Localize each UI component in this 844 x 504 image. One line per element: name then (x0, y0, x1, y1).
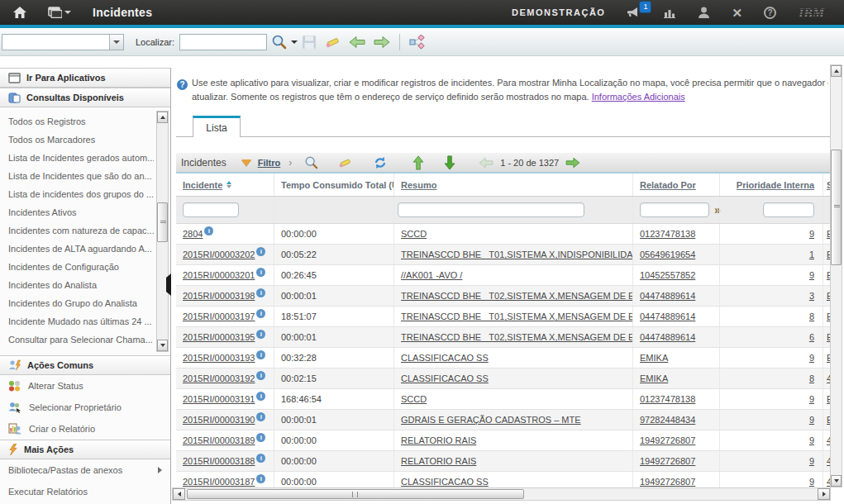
action-criar-relatorio[interactable]: Criar o Relatório (0, 418, 170, 440)
prioridade-link[interactable]: 6 (809, 332, 814, 342)
incident-link[interactable]: 2015RI/00003188 (183, 456, 255, 466)
query-select[interactable] (2, 34, 124, 50)
sidebar-common-actions-header[interactable]: Ações Comuns (0, 355, 170, 375)
action-selecionar-proprietario[interactable]: Selecionar Proprietário (0, 397, 170, 418)
relatado-link[interactable]: 04474889614 (640, 311, 695, 321)
column-header-incidente[interactable]: Incidente (176, 174, 274, 196)
sidebar-query-item[interactable]: Incidentes de ALTA aguardando A... (0, 240, 154, 258)
incident-link[interactable]: 2015RI/00003197 (183, 311, 255, 321)
workflow-button[interactable] (405, 32, 430, 52)
save-button[interactable] (298, 32, 321, 52)
prioridade-link[interactable]: 9 (809, 270, 814, 280)
filter-incidente-input[interactable] (183, 202, 239, 217)
sidebar-go-to-header[interactable]: Ir Para Aplicativos (0, 68, 170, 88)
resumo-link[interactable]: GDRAIS E GERAÇÃO CADASTROS – MTE (401, 415, 581, 425)
resumo-link[interactable]: SCCD (401, 394, 427, 404)
search-button[interactable] (267, 32, 291, 52)
incident-link[interactable]: 2015RI/00003189 (183, 435, 255, 445)
scroll-down-button[interactable] (157, 340, 168, 351)
sort-icon[interactable] (226, 181, 231, 188)
scroll-right-button[interactable] (818, 488, 830, 500)
sidebar-query-item[interactable]: Incidentes de Configuração (0, 258, 154, 276)
resumo-link[interactable]: RELATORIO RAIS (401, 456, 476, 466)
search-options-caret[interactable] (291, 40, 298, 44)
resumo-link[interactable]: TREINASCCD BHE _T02,SISTEMA X,MENSAGEM D… (401, 332, 632, 342)
profile-button[interactable] (698, 7, 710, 18)
resumo-link[interactable]: TREINASCCD BHE _T02,SISTEMA X,MENSAGEM D… (401, 291, 632, 301)
sidebar-query-item[interactable]: Lista de incidentes dos grupos do ... (0, 185, 154, 203)
incident-link[interactable]: 2015RI/00003190 (183, 415, 255, 425)
filter-prioridade-input[interactable] (763, 202, 814, 217)
relatado-link[interactable]: EMIKA (640, 373, 668, 383)
prioridade-link[interactable]: 9 (809, 477, 814, 487)
column-header-tempo[interactable]: Tempo Consumido Total (Útil) (274, 174, 393, 196)
previous-page-button[interactable] (408, 153, 429, 173)
resumo-link[interactable]: CLASSIFICACAO SS (401, 353, 489, 363)
resumo-link[interactable]: CLASSIFICACAO SS (401, 373, 489, 383)
scroll-thumb[interactable] (831, 150, 842, 265)
incident-link[interactable]: 2015RI/00003202 (183, 250, 255, 259)
scroll-down-button[interactable] (831, 475, 842, 487)
resumo-link[interactable]: TREINASCCD BHE _T01,SISTEMA X,MENSAGEM D… (401, 311, 632, 321)
action-alterar-status[interactable]: Alterar Status (0, 375, 170, 397)
next-row-button[interactable] (439, 153, 460, 173)
next-page-button[interactable] (565, 157, 580, 169)
relatado-link[interactable]: 01237478138 (640, 394, 695, 404)
tab-lista[interactable]: Lista (193, 116, 241, 137)
prioridade-link[interactable]: 9 (809, 353, 814, 363)
filter-resumo-input[interactable] (398, 202, 584, 217)
refresh-button[interactable] (370, 153, 391, 173)
previous-record-button[interactable] (345, 32, 370, 52)
scroll-thumb[interactable] (187, 489, 524, 499)
relatado-link[interactable]: 10452557852 (640, 270, 695, 280)
resumo-link[interactable]: //AK001 -AVO / (401, 270, 462, 280)
sidebar-queries-header[interactable]: Consultas Disponíveis (0, 88, 170, 107)
home-icon[interactable] (13, 7, 26, 18)
help-button[interactable]: ? (764, 7, 776, 19)
sidebar-query-item[interactable]: Incidentes com natureza de capac... (0, 221, 154, 240)
sidebar-more-actions-header[interactable]: Mais Ações (0, 440, 170, 459)
prioridade-link[interactable]: 3 (809, 291, 814, 301)
relatado-link[interactable]: 04474889614 (640, 332, 695, 342)
prioridade-link[interactable]: 1 (809, 250, 814, 259)
incident-link[interactable]: 2015RI/00003192 (183, 373, 255, 383)
expand-filter-chevron[interactable]: › (288, 157, 292, 169)
incident-link[interactable]: 2015RI/00003193 (183, 353, 255, 363)
resumo-link[interactable]: TREINASCCD BHE _T01,SISTEMA X,INDISPONIB… (401, 250, 632, 259)
info-icon[interactable]: i (256, 288, 265, 297)
resumo-link[interactable]: CLASSIFICACAO SS (401, 477, 489, 487)
prioridade-link[interactable]: 9 (809, 456, 814, 466)
horizontal-scrollbar[interactable] (172, 487, 831, 501)
sidebar-query-item[interactable]: Todos os Registros (0, 112, 154, 131)
info-icon[interactable]: i (256, 392, 265, 401)
action-biblioteca-anexos[interactable]: Biblioteca/Pastas de anexos (0, 459, 170, 481)
clear-changes-button[interactable] (321, 32, 345, 52)
relatado-link[interactable]: 19492726807 (640, 456, 695, 466)
scroll-up-button[interactable] (831, 65, 842, 77)
relatado-link[interactable]: 04474889614 (640, 291, 695, 301)
info-icon[interactable]: i (256, 247, 265, 256)
info-icon[interactable]: i (256, 412, 265, 421)
sidebar-query-item[interactable]: Todos os Marcadores (0, 131, 154, 149)
incident-link[interactable]: 2804 (183, 229, 203, 239)
relatado-link[interactable]: EMIKA (640, 353, 668, 363)
reports-button[interactable] (663, 7, 676, 18)
incident-link[interactable]: 2015RI/00003201 (183, 270, 255, 280)
localizar-input[interactable] (179, 34, 267, 50)
info-icon[interactable]: i (256, 454, 265, 463)
sidebar-query-item[interactable]: Incidentes Ativos (0, 203, 154, 221)
sidebar-query-item[interactable]: Consultar para Selecionar Chama... (0, 330, 154, 349)
sidebar-scrollbar[interactable] (156, 111, 169, 352)
action-executar-relatorios[interactable]: Executar Relatórios (0, 481, 170, 502)
relatado-link[interactable]: 97282448434 (640, 415, 695, 425)
vertical-scrollbar[interactable] (830, 64, 842, 487)
prioridade-link[interactable]: 9 (809, 415, 814, 425)
info-icon[interactable]: i (204, 226, 213, 235)
info-icon[interactable]: i (256, 330, 265, 339)
info-icon[interactable]: i (256, 474, 265, 483)
relatado-link[interactable]: 01237478138 (640, 229, 695, 239)
relatado-link[interactable]: 19492726807 (640, 477, 695, 487)
filter-relatado-input[interactable] (640, 202, 709, 217)
sidebar-collapse-handle[interactable] (166, 278, 171, 292)
logout-button[interactable]: ✕ (732, 7, 742, 19)
